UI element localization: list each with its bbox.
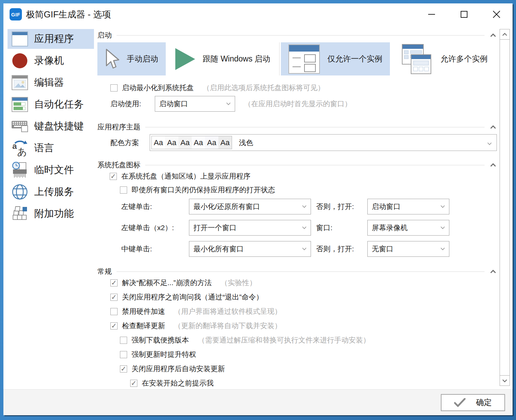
window-frame: GIF 极简GIF生成器 - 选项 — [0, 0, 516, 420]
keep-open-checkbox[interactable] — [120, 186, 127, 194]
title-bar[interactable]: GIF 极简GIF生成器 - 选项 — [3, 3, 513, 25]
section-title: 系统托盘图标 — [97, 160, 140, 170]
check-translation-updates-checkbox[interactable] — [110, 322, 118, 330]
color-scheme-row: 配色方案 Aa Aa Aa Aa Aa Aa 浅色 — [110, 134, 498, 151]
sidebar-item-label: 编辑器 — [34, 76, 64, 89]
scroll-thumb[interactable] — [500, 40, 510, 375]
scheme-sample: Aa — [152, 136, 165, 149]
globe-icon — [11, 184, 29, 200]
collapse-section-button[interactable] — [489, 270, 498, 274]
check-translation-updates-row: 检查翻译更新 （更新的翻译将自动下载并安装） — [110, 322, 498, 330]
sidebar-item-extras[interactable]: 附加功能 — [8, 204, 94, 224]
svg-text:a: a — [12, 141, 17, 151]
collapse-section-button[interactable] — [489, 33, 498, 37]
scroll-up-button[interactable] — [500, 29, 510, 40]
fix-quota-crash-checkbox[interactable] — [110, 279, 118, 286]
checkbox-hint: （实验性） — [221, 278, 257, 288]
checkbox-label: 解决“配额不足...”崩溃的方法 — [122, 278, 212, 288]
instance-option-multiple[interactable]: 允许多个实例 — [393, 42, 495, 75]
app-logo-icon: GIF — [10, 8, 22, 20]
show-in-tray-row: 在系统托盘（通知区域）上显示应用程序 — [110, 172, 498, 180]
sidebar-item-label: 语言 — [34, 141, 54, 155]
double-click-action-select[interactable]: 打开一个窗口 — [189, 220, 311, 236]
color-scheme-label: 配色方案 — [110, 138, 150, 148]
sidebar-item-label: 应用程序 — [34, 32, 74, 46]
play-icon — [175, 48, 195, 70]
cursor-icon — [105, 49, 119, 69]
auto-install-updates-row: 关闭应用程序后自动安装更新 — [120, 365, 498, 373]
ask-before-exit-row: 关闭应用程序之前询问我（通过“退出”命令） — [110, 293, 498, 301]
chevron-up-icon — [490, 163, 496, 167]
shredder-clock-icon — [11, 162, 29, 178]
ask-before-exit-checkbox[interactable] — [110, 294, 118, 301]
chevron-down-icon — [226, 102, 231, 105]
section-header-startup: 启动 — [97, 30, 498, 40]
left-click-action-select[interactable]: 最小化/还原所有窗口 — [189, 199, 311, 214]
section-title: 应用程序主题 — [97, 122, 140, 132]
sidebar-item-temporary-files[interactable]: 临时文件 — [8, 160, 94, 180]
scheme-value: 浅色 — [239, 138, 253, 148]
maximize-button[interactable] — [448, 3, 480, 25]
left-click-window-select[interactable]: 启动窗口 — [367, 199, 449, 214]
tray-fallback-label: 否则，打开: — [316, 244, 367, 254]
fix-quota-crash-row: 解决“配额不足...”崩溃的方法 （实验性） — [110, 279, 498, 287]
ok-button[interactable]: 确定 — [441, 394, 505, 411]
scheme-sample: Aa — [165, 136, 178, 149]
chevron-down-icon — [440, 205, 445, 208]
disable-hardware-acceleration-checkbox[interactable] — [110, 308, 118, 315]
show-in-tray-checkbox[interactable] — [110, 173, 117, 180]
maximize-icon — [460, 11, 468, 18]
chevron-down-icon — [302, 205, 307, 208]
startup-option-manual[interactable]: 手动启动 — [97, 42, 166, 75]
sidebar-item-upload-services[interactable]: 上传服务 — [8, 182, 94, 202]
tray-left-click-row: 左键单击: 最小化/还原所有窗口 否则，打开: 启动窗口 — [121, 199, 498, 214]
window-controls — [415, 3, 513, 25]
scroll-down-button[interactable] — [500, 375, 510, 386]
sidebar-item-keyboard-shortcuts[interactable]: 键盘快捷键 — [8, 116, 94, 136]
minimize-icon — [428, 11, 435, 18]
startup-mode-options: 手动启动 跟随 Windows 启动 仅允许一个实例 允许多个实例 — [97, 42, 498, 75]
collapse-section-button[interactable] — [489, 125, 498, 129]
checkbox-label: 禁用硬件加速 — [122, 307, 165, 316]
middle-click-action-select[interactable]: 最小化所有窗口 — [189, 241, 311, 257]
sidebar-item-automated-tasks[interactable]: 自动化任务 — [8, 95, 94, 114]
sidebar-item-label: 键盘快捷键 — [34, 120, 84, 133]
window-title: 极简GIF生成器 - 选项 — [26, 9, 111, 20]
instance-option-single[interactable]: 仅允许一个实例 — [281, 42, 390, 75]
color-scheme-select[interactable]: Aa Aa Aa Aa Aa Aa 浅色 — [150, 134, 497, 151]
title-group: GIF 极简GIF生成器 - 选项 — [10, 3, 111, 25]
tray-action-label: 中键单击: — [121, 244, 189, 254]
middle-click-window-select[interactable]: 无窗口 — [367, 241, 449, 257]
startup-window-row: 启动使用: 启动窗口 （在应用启动时首先显示的窗口） — [110, 96, 498, 112]
collapse-section-button[interactable] — [489, 163, 498, 167]
minimize-to-tray-checkbox[interactable] — [110, 84, 118, 92]
scheme-sample: Aa — [178, 136, 192, 149]
section-divider — [117, 271, 485, 272]
auto-install-updates-checkbox[interactable] — [120, 365, 127, 373]
sidebar-item-label: 录像机 — [34, 54, 64, 68]
checkbox-label: 在安装开始之前提示我 — [142, 378, 214, 388]
tasks-progress-icon — [11, 97, 29, 112]
startup-window-label: 启动使用: — [110, 99, 155, 109]
prompt-before-install-checkbox[interactable] — [130, 380, 137, 387]
vertical-scrollbar[interactable] — [500, 29, 510, 386]
sidebar-item-language[interactable]: aあ 语言 — [8, 138, 94, 158]
startup-option-with-windows[interactable]: 跟随 Windows 启动 — [168, 42, 278, 75]
tray-action-label: 左键单击（x2）: — [121, 223, 189, 233]
startup-window-select[interactable]: 启动窗口 — [155, 96, 235, 112]
chevron-down-icon — [440, 226, 445, 229]
double-click-window-select[interactable]: 屏幕录像机 — [367, 220, 449, 236]
chevron-down-icon — [302, 248, 307, 250]
close-button[interactable] — [480, 3, 513, 25]
sidebar-item-editor[interactable]: 编辑器 — [8, 73, 94, 93]
startup-option-label: 手动启动 — [127, 54, 158, 64]
elevate-on-update-checkbox[interactable] — [120, 351, 127, 358]
sidebar-item-recorder[interactable]: 录像机 — [8, 51, 94, 71]
force-portable-download-checkbox[interactable] — [120, 337, 127, 344]
checkbox-label: 强制更新时提升特权 — [132, 350, 196, 359]
keyboard-icon — [11, 120, 29, 133]
minimize-button[interactable] — [415, 3, 448, 25]
svg-text:あ: あ — [17, 146, 27, 156]
startup-option-label: 跟随 Windows 启动 — [203, 54, 270, 64]
sidebar-item-application[interactable]: 应用程序 — [8, 29, 94, 49]
